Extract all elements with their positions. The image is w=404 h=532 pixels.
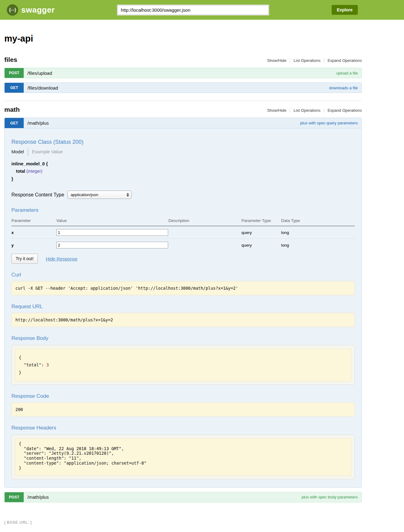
parameter-data-type: long (281, 226, 355, 239)
response-class-heading: Response Class (Status 200) (11, 139, 355, 145)
spec-url-zone (55, 5, 332, 15)
page-title: my-api (4, 34, 362, 44)
operation-get-math-plus: GET /math/plus plus with spec query para… (4, 118, 362, 488)
response-headers-container: { "date": "Wed, 22 Aug 2018 18:49:13 GMT… (11, 435, 355, 479)
parameter-type: query (241, 226, 281, 239)
endpoint-summary[interactable]: upload a file (336, 68, 358, 78)
endpoint-post-math-plus[interactable]: POST /math/plus plus with spec body para… (4, 492, 362, 502)
selected-content-type: application/json (71, 192, 98, 197)
tab-example-value[interactable]: Example Value (28, 148, 67, 156)
column-data-type: Data Type (281, 216, 355, 226)
endpoint-summary[interactable]: plus with spec body parameters (301, 492, 358, 502)
column-parameter-type: Parameter Type (241, 216, 281, 226)
request-url-value: http://localhost:3000/math/plus?x=1&y=2 (11, 313, 355, 327)
model-property: total (integer) (16, 169, 355, 174)
base-url-footer: [ BASE URL: ] (4, 520, 362, 525)
response-content-type-label: Response Content Type (11, 192, 64, 198)
response-body-heading: Response Body (11, 335, 355, 341)
hide-response-link[interactable]: Hide Response (46, 256, 78, 261)
section-math-name[interactable]: math (4, 106, 20, 113)
swagger-logo-icon: {⋯} (7, 4, 18, 16)
explore-button[interactable]: Explore (332, 5, 358, 15)
try-row: Try it out! Hide Response (11, 254, 355, 264)
brand-name: swagger (21, 5, 55, 15)
json-value: 3 (46, 362, 49, 367)
json-open-brace: { (19, 355, 21, 360)
try-it-out-button[interactable]: Try it out! (11, 254, 38, 264)
method-badge-post: POST (5, 68, 24, 78)
property-type: (integer) (26, 169, 42, 174)
method-badge-post: POST (5, 492, 24, 502)
section-files: files Show/Hide List Operations Expand O… (4, 56, 362, 93)
list-operations-link[interactable]: List Operations (290, 108, 324, 113)
response-code-value: 200 (11, 402, 355, 417)
show-hide-link[interactable]: Show/Hide (264, 108, 290, 113)
endpoint-path[interactable]: /math/plus (27, 492, 49, 502)
parameter-y-input[interactable] (56, 242, 168, 248)
method-badge-get: GET (5, 83, 24, 93)
column-value: Value (56, 216, 168, 226)
parameter-name: x (11, 226, 56, 239)
content-wrap: my-api files Show/Hide List Operations E… (4, 34, 362, 525)
response-code-heading: Response Code (11, 393, 355, 399)
tab-model[interactable]: Model (11, 148, 28, 156)
endpoint-summary[interactable]: plus with spec query parameters (300, 118, 358, 128)
column-parameter: Parameter (11, 216, 56, 226)
curl-heading: Curl (11, 272, 355, 278)
response-content-type-row: Response Content Type application/json (11, 191, 355, 199)
parameter-description (168, 226, 241, 239)
parameter-name: y (11, 239, 56, 252)
list-operations-link[interactable]: List Operations (290, 58, 324, 63)
swagger-logo[interactable]: {⋯} swagger (7, 4, 55, 16)
endpoint-path[interactable]: /files/upload (27, 68, 52, 78)
section-files-head: files Show/Hide List Operations Expand O… (4, 56, 362, 63)
section-files-name[interactable]: files (4, 56, 17, 63)
header-bar: {⋯} swagger Explore (0, 0, 404, 20)
endpoint-post-files-upload[interactable]: POST /files/upload upload a file (4, 68, 362, 78)
property-name: total (16, 169, 25, 174)
base-url-text: [ BASE URL: ] (4, 520, 32, 525)
endpoint-get-math-plus[interactable]: GET /math/plus plus with spec query para… (5, 118, 362, 128)
parameter-type: query (241, 239, 281, 252)
select-arrows-icon (127, 193, 129, 197)
response-headers-json: { "date": "Wed, 22 Aug 2018 18:49:13 GMT… (15, 438, 351, 476)
parameter-description (168, 239, 241, 252)
request-url-heading: Request URL (11, 304, 355, 310)
parameters-heading: Parameters (11, 207, 355, 213)
curl-command: curl -X GET --header 'Accept: applicatio… (11, 281, 355, 295)
show-hide-link[interactable]: Show/Hide (264, 58, 290, 63)
endpoint-path[interactable]: /files/download (27, 83, 58, 93)
operation-content: Response Class (Status 200) Model Exampl… (5, 128, 362, 487)
parameter-row-y: y query long (11, 239, 355, 252)
response-headers-heading: Response Headers (11, 425, 355, 431)
section-files-controls: Show/Hide List Operations Expand Operati… (264, 58, 362, 63)
expand-operations-link[interactable]: Expand Operations (324, 108, 362, 113)
endpoint-path[interactable]: /math/plus (27, 118, 49, 128)
json-close-brace: } (19, 370, 21, 375)
endpoint-summary[interactable]: downloads a file (329, 83, 358, 93)
parameter-x-input[interactable] (56, 229, 168, 236)
parameters-table: Parameter Value Description Parameter Ty… (11, 216, 355, 251)
model-close: } (11, 176, 355, 181)
response-body-json: { "total": 3 } (15, 349, 351, 381)
spec-url-input[interactable] (118, 5, 269, 15)
section-math: math Show/Hide List Operations Expand Op… (4, 101, 362, 502)
section-math-head: math Show/Hide List Operations Expand Op… (4, 106, 362, 113)
section-math-controls: Show/Hide List Operations Expand Operati… (264, 108, 362, 113)
expand-operations-link[interactable]: Expand Operations (324, 58, 362, 63)
model-open: inline_model_0 { (11, 161, 355, 166)
parameter-data-type: long (281, 239, 355, 252)
column-description: Description (168, 216, 241, 226)
response-class-tabs: Model Example Value (11, 148, 355, 156)
parameter-row-x: x query long (11, 226, 355, 239)
method-badge-get: GET (5, 118, 24, 128)
endpoint-get-files-download[interactable]: GET /files/download downloads a file (4, 83, 362, 93)
parameters-header-row: Parameter Value Description Parameter Ty… (11, 216, 355, 226)
model-signature: inline_model_0 { total (integer) } (11, 161, 355, 181)
json-key: "total": (24, 362, 44, 367)
response-body-container: { "total": 3 } (11, 345, 355, 385)
response-content-type-select[interactable]: application/json (67, 191, 131, 199)
